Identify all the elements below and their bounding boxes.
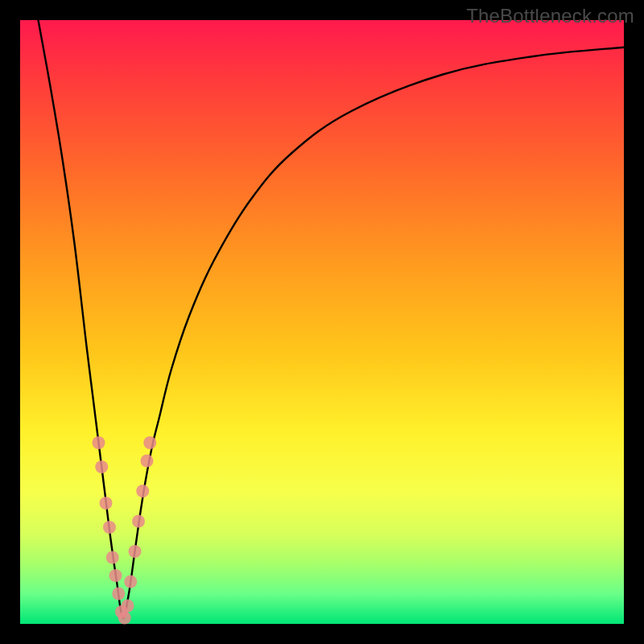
highlight-dot (100, 497, 113, 510)
highlight-dot (109, 569, 122, 582)
highlight-dot (95, 460, 108, 473)
bottleneck-curve (39, 20, 625, 618)
highlight-dot (132, 515, 145, 528)
highlight-dot (106, 551, 119, 564)
chart-frame: TheBottleneck.com (0, 0, 644, 644)
highlight-dot (143, 436, 156, 449)
highlight-dot (93, 436, 105, 449)
highlight-dot (112, 588, 125, 601)
highlight-dots-group (93, 436, 157, 625)
highlight-dot (103, 521, 116, 534)
highlight-dot (124, 576, 137, 588)
highlight-dot (122, 600, 134, 613)
chart-svg (0, 0, 644, 644)
highlight-dot (141, 455, 154, 468)
highlight-dot (136, 485, 149, 497)
highlight-dot (129, 545, 142, 558)
highlight-dot (118, 612, 131, 625)
